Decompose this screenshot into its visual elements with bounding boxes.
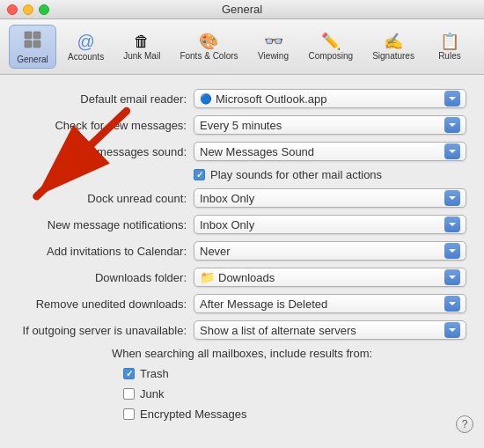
chevron-down-icon <box>444 322 460 338</box>
select-notifications-value: Inbox Only <box>200 218 441 231</box>
row-remove-downloads: Remove unedited downloads: After Message… <box>18 294 466 313</box>
label-remove-downloads: Remove unedited downloads: <box>18 297 194 311</box>
label-trash: Trash <box>140 367 169 380</box>
chevron-down-icon <box>444 143 460 159</box>
row-junk: Junk <box>123 387 466 400</box>
signatures-icon: ✍️ <box>384 33 403 49</box>
svg-rect-1 <box>33 32 40 39</box>
toolbar-item-general[interactable]: General <box>9 25 56 69</box>
select-downloads-value: Downloads <box>218 271 441 284</box>
fonts-icon: 🎨 <box>199 33 218 49</box>
label-dock-unread: Dock unread count: <box>18 192 194 205</box>
chevron-down-icon <box>444 243 460 259</box>
junk-icon: 🗑 <box>134 33 150 49</box>
row-play-sounds: Play sounds for other mail actions <box>194 168 466 181</box>
toolbar-label-rules: Rules <box>438 51 461 61</box>
checkbox-encrypted[interactable] <box>123 408 135 420</box>
svg-rect-2 <box>25 40 32 48</box>
select-new-messages-sound-value: New Messages Sound <box>200 145 441 158</box>
svg-rect-0 <box>25 32 32 39</box>
toolbar-item-rules[interactable]: 📋 Rules <box>426 29 473 65</box>
select-outgoing-server[interactable]: Show a list of alternate servers <box>194 320 466 340</box>
title-bar: General <box>0 0 484 19</box>
toolbar-item-signatures[interactable]: ✍️ Signatures <box>364 29 422 65</box>
row-encrypted: Encrypted Messages <box>123 408 466 421</box>
toolbar-item-composing[interactable]: ✏️ Composing <box>301 29 362 65</box>
toolbar-label-general: General <box>17 55 48 64</box>
toolbar-item-junk[interactable]: 🗑 Junk Mail <box>115 29 168 65</box>
control-downloads: 📁 Downloads <box>194 268 466 287</box>
label-default-email: Default email reader: <box>18 92 194 106</box>
control-check-messages: Every 5 minutes <box>194 115 466 135</box>
chevron-down-icon <box>444 91 460 106</box>
row-notifications: New message notifications: Inbox Only <box>18 215 466 234</box>
row-downloads: Downloads folder: 📁 Downloads <box>18 268 466 287</box>
accounts-icon: @ <box>77 33 94 50</box>
window-controls <box>7 4 49 15</box>
label-downloads: Downloads folder: <box>18 271 194 284</box>
select-default-email[interactable]: 🔵 Microsoft Outlook.app <box>194 89 466 108</box>
select-remove-downloads-value: After Message is Deleted <box>200 297 441 311</box>
label-junk: Junk <box>140 387 164 400</box>
label-new-messages-sound: New messages sound: <box>18 145 194 158</box>
toolbar-item-viewing[interactable]: 👓 Viewing <box>250 29 297 65</box>
help-button[interactable]: ? <box>456 415 473 433</box>
window-title: General <box>222 3 262 16</box>
search-section: When searching all mailboxes, include re… <box>18 347 466 421</box>
row-dock-unread: Dock unread count: Inbox Only <box>18 188 466 208</box>
toolbar-label-viewing: Viewing <box>258 51 289 61</box>
select-invitations-value: Never <box>200 245 441 258</box>
select-new-messages-sound[interactable]: New Messages Sound <box>194 142 466 161</box>
label-invitations: Add invitations to Calendar: <box>18 245 194 258</box>
toolbar-item-accounts[interactable]: @ Accounts <box>60 28 112 66</box>
toolbar: General @ Accounts 🗑 Junk Mail 🎨 Fonts &… <box>0 19 484 75</box>
toolbar-label-accounts: Accounts <box>68 52 104 62</box>
row-default-email: Default email reader: 🔵 Microsoft Outloo… <box>18 89 466 108</box>
select-default-email-value: Microsoft Outlook.app <box>216 92 441 106</box>
maximize-button[interactable] <box>39 4 49 15</box>
row-new-messages-sound: New messages sound: New Messages Sound <box>18 142 466 161</box>
content-area: Default email reader: 🔵 Microsoft Outloo… <box>0 75 484 442</box>
row-trash: Trash <box>123 367 466 380</box>
select-dock-unread-value: Inbox Only <box>200 192 441 205</box>
select-invitations[interactable]: Never <box>194 241 466 261</box>
control-dock-unread: Inbox Only <box>194 188 466 208</box>
toolbar-label-junk: Junk Mail <box>123 51 160 61</box>
close-button[interactable] <box>7 4 18 15</box>
svg-rect-3 <box>33 40 40 48</box>
toolbar-item-fonts[interactable]: 🎨 Fonts & Colors <box>172 29 246 65</box>
search-checkboxes: Trash Junk Encrypted Messages <box>123 367 466 421</box>
general-icon <box>22 29 43 53</box>
control-remove-downloads: After Message is Deleted <box>194 294 466 313</box>
select-remove-downloads[interactable]: After Message is Deleted <box>194 294 466 313</box>
chevron-down-icon <box>444 217 460 232</box>
chevron-down-icon <box>444 269 460 285</box>
label-check-messages: Check for new messages: <box>18 119 194 132</box>
label-outgoing-server: If outgoing server is unavailable: <box>18 324 194 337</box>
toolbar-label-signatures: Signatures <box>372 51 414 61</box>
row-check-messages: Check for new messages: Every 5 minutes <box>18 115 466 135</box>
row-outgoing-server: If outgoing server is unavailable: Show … <box>18 320 466 340</box>
select-check-messages[interactable]: Every 5 minutes <box>194 115 466 135</box>
select-notifications[interactable]: Inbox Only <box>194 215 466 234</box>
control-notifications: Inbox Only <box>194 215 466 234</box>
label-play-sounds: Play sounds for other mail actions <box>210 168 382 181</box>
checkbox-play-sounds[interactable] <box>194 169 205 180</box>
select-downloads[interactable]: 📁 Downloads <box>194 268 466 287</box>
viewing-icon: 👓 <box>264 33 283 49</box>
folder-icon: 📁 <box>200 270 215 284</box>
chevron-down-icon <box>444 117 460 133</box>
toolbar-label-fonts: Fonts & Colors <box>180 51 238 61</box>
control-outgoing-server: Show a list of alternate servers <box>194 320 466 340</box>
checkbox-junk[interactable] <box>123 388 135 400</box>
toolbar-label-composing: Composing <box>309 51 354 61</box>
checkbox-trash[interactable] <box>123 368 135 379</box>
control-new-messages-sound: New Messages Sound <box>194 142 466 161</box>
minimize-button[interactable] <box>23 4 33 15</box>
select-outgoing-server-value: Show a list of alternate servers <box>200 324 441 337</box>
control-default-email: 🔵 Microsoft Outlook.app <box>194 89 466 108</box>
select-check-messages-value: Every 5 minutes <box>200 119 441 132</box>
chevron-down-icon <box>444 296 460 312</box>
control-invitations: Never <box>194 241 466 261</box>
select-dock-unread[interactable]: Inbox Only <box>194 188 466 208</box>
